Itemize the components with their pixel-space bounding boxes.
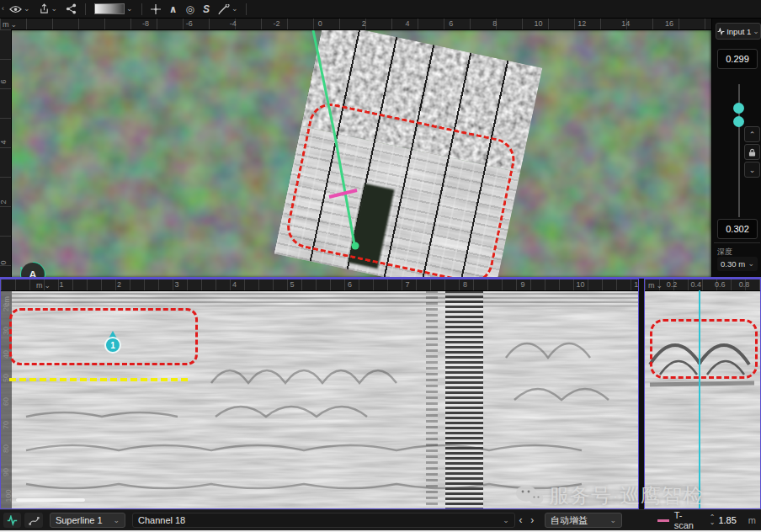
pointer-tool-button[interactable] bbox=[147, 3, 164, 16]
chevron-down-icon: ⌄ bbox=[231, 5, 238, 13]
map-unit-dropdown[interactable]: m⌄ bbox=[3, 20, 17, 29]
ruler-tick: 100 bbox=[4, 489, 13, 502]
bscan-panel: m⌄ 1234567891011 cm 2030405060708090100 … bbox=[0, 279, 639, 509]
ruler-tick: 60 bbox=[2, 397, 10, 406]
trace-path-button[interactable] bbox=[24, 513, 42, 528]
watermark: 服务号·巡鹰智检 bbox=[515, 483, 761, 508]
ruler-tick: 9 bbox=[520, 280, 524, 289]
anomaly-marker[interactable]: 1 bbox=[104, 332, 121, 355]
marker-label: 1 bbox=[104, 337, 121, 354]
tscan-depth-unit: m bbox=[748, 515, 756, 525]
caliper-tool-button[interactable]: ∧ bbox=[166, 3, 181, 16]
caliper-icon: ∧ bbox=[169, 4, 178, 14]
active-survey-line[interactable] bbox=[313, 30, 354, 244]
tscan-legend-label: T-scan bbox=[674, 510, 701, 530]
probe-icon bbox=[218, 4, 230, 14]
ruler-tick: 0.6 bbox=[715, 280, 726, 289]
s-curve-tool-button[interactable]: S bbox=[200, 3, 213, 16]
toolbar-separator bbox=[85, 3, 86, 15]
previous-channel-button[interactable]: ‹ bbox=[515, 513, 527, 527]
chevron-down-icon: ⌄ bbox=[503, 517, 509, 524]
chevron-down-icon: ⌄ bbox=[11, 21, 18, 29]
share-button[interactable] bbox=[62, 2, 80, 16]
nudge-up-button[interactable]: ⌃ bbox=[744, 126, 760, 142]
tscan-depth-value[interactable]: 1.85 bbox=[718, 515, 736, 525]
lock-icon bbox=[748, 148, 756, 157]
ruler-tick: 12 bbox=[577, 19, 586, 28]
bscan-horizontal-scrollbar[interactable] bbox=[16, 498, 85, 502]
export-button[interactable]: ⌄ bbox=[35, 2, 61, 16]
ruler-tick: 14 bbox=[621, 19, 630, 28]
tscan-unit-dropdown[interactable]: m⌄ bbox=[648, 281, 663, 290]
bscan-x-ruler: m⌄ 1234567891011 bbox=[1, 279, 638, 291]
ruler-tick: 2 bbox=[117, 280, 121, 289]
layer-interface-line[interactable] bbox=[9, 378, 188, 381]
ruler-tick: 0.8 bbox=[739, 280, 750, 289]
tscan-legend: T-scan bbox=[657, 510, 701, 530]
ruler-tick: 11 bbox=[634, 280, 639, 289]
ruler-tick: 4 bbox=[0, 140, 8, 144]
compass-reset-control[interactable]: A bbox=[19, 260, 47, 278]
status-bar: Superline 1 ⌄ Channel 18 ⌄ ‹ › 自动增益 ⌄ T-… bbox=[0, 509, 761, 532]
stepper-down-icon[interactable]: ⌄ bbox=[710, 520, 716, 525]
export-icon bbox=[39, 3, 50, 14]
ruler-tick: 70 bbox=[2, 421, 10, 429]
gpr-analysis-app: ‹ ⌄ ⌄ ⌄ bbox=[0, 0, 761, 532]
next-channel-button[interactable]: › bbox=[526, 513, 538, 527]
watermark-text: 服务号·巡鹰智检 bbox=[549, 482, 704, 509]
channel-dropdown[interactable]: Channel 18 ⌄ bbox=[132, 513, 515, 528]
chevron-down-icon: ⌄ bbox=[24, 5, 30, 13]
gain-min-value-field[interactable]: 0.302 bbox=[717, 219, 758, 239]
ruler-tick: 80 bbox=[2, 444, 10, 453]
input-selector[interactable]: Input 1 ⌄ bbox=[716, 23, 761, 40]
map-y-ruler: 6420 bbox=[0, 29, 12, 278]
edge-chevron-left-icon: ‹ bbox=[2, 5, 4, 13]
tscan-anomaly-outline[interactable] bbox=[650, 319, 758, 379]
target-icon: ◎ bbox=[185, 4, 194, 14]
ruler-tick: -2 bbox=[273, 19, 279, 28]
map-view: m⌄ -8-6-4-20246810121416 6420 A bbox=[0, 19, 711, 278]
ruler-tick: 0 bbox=[0, 260, 8, 264]
anomaly-region-outline[interactable] bbox=[9, 308, 198, 365]
survey-line-end-dot bbox=[352, 242, 359, 250]
tscan-depth-stepper[interactable]: ⌃ ⌄ bbox=[710, 515, 716, 525]
target-tool-button[interactable]: ◎ bbox=[182, 3, 197, 16]
waveform-icon bbox=[7, 515, 18, 526]
colormap-button[interactable]: ⌄ bbox=[91, 2, 136, 16]
position-cross-marker[interactable] bbox=[329, 190, 357, 197]
tscan-legend-dash bbox=[657, 519, 669, 522]
gain-slider-handle-lower[interactable] bbox=[733, 116, 744, 127]
ruler-tick: 90 bbox=[2, 468, 10, 476]
nudge-down-button[interactable]: ⌄ bbox=[744, 162, 760, 178]
wechat-icon bbox=[515, 485, 544, 507]
toolbar-separator bbox=[246, 3, 247, 15]
ruler-tick: 2 bbox=[0, 200, 8, 205]
ruler-tick: 6 bbox=[449, 19, 453, 28]
chevron-down-icon: ⌄ bbox=[657, 282, 663, 290]
map-vector-layer bbox=[0, 19, 711, 278]
superline-dropdown[interactable]: Superline 1 ⌄ bbox=[50, 513, 125, 528]
input-settings-panel: Input 1 ⌄ 0.299 ⌃ ⌄ 0.302 深度 0.30 m ⌄ bbox=[711, 19, 761, 278]
gain-slider-handle-upper[interactable] bbox=[733, 103, 744, 114]
ruler-tick: 8 bbox=[492, 19, 497, 28]
depth-slice-dropdown[interactable]: 0.30 m ⌄ bbox=[717, 257, 758, 271]
ruler-tick: 3 bbox=[174, 280, 178, 289]
ruler-tick: -6 bbox=[186, 19, 193, 28]
ruler-tick: -8 bbox=[142, 19, 149, 28]
lock-button[interactable] bbox=[744, 144, 760, 160]
tscan-panel: m⌄ 0.20.40.60.8 bbox=[644, 279, 761, 509]
visibility-button[interactable]: ⌄ bbox=[6, 3, 34, 15]
bscan-unit-dropdown[interactable]: m⌄ bbox=[36, 281, 51, 290]
chevron-down-icon: ⌄ bbox=[51, 5, 58, 13]
chevron-down-icon: ⌄ bbox=[126, 5, 133, 13]
path-icon bbox=[29, 515, 40, 526]
gain-max-value-field[interactable]: 0.299 bbox=[717, 49, 758, 69]
share-nodes-icon bbox=[66, 3, 77, 14]
ruler-tick: 8 bbox=[463, 280, 467, 289]
gain-mode-dropdown[interactable]: 自动增益 ⌄ bbox=[545, 513, 622, 528]
signal-view-button[interactable] bbox=[3, 513, 21, 528]
measure-tool-button[interactable]: ⌄ bbox=[215, 3, 242, 16]
map-x-ruler: m⌄ -8-6-4-20246810121416 bbox=[0, 19, 711, 30]
scrub-position-line[interactable] bbox=[699, 290, 700, 508]
ruler-tick: 4 bbox=[405, 19, 409, 28]
